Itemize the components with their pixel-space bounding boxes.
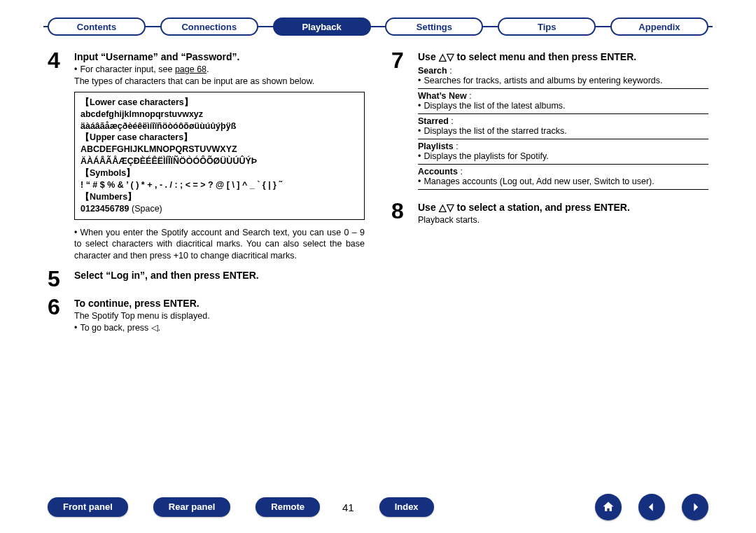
step-6-line2-text: To go back, press ◁.	[80, 323, 160, 333]
charbox-lower-diacritic: äàáâãåæçðèéêëìíîïñöòóôõøüùúûýþÿß	[80, 120, 358, 132]
step-4-note1: For character input, see page 68.	[74, 64, 365, 76]
step-8: 8 Use △▽ to select a station, and press …	[391, 200, 708, 226]
step-7-number: 7	[391, 49, 411, 190]
home-icon[interactable]	[595, 494, 622, 520]
right-column: 7 Use △▽ to select menu and then press E…	[391, 49, 708, 340]
charbox-numbers-digits: 0123456789	[80, 204, 130, 214]
step-4-title: Input “Username” and “Password”.	[74, 51, 365, 62]
page-number: 41	[342, 501, 354, 513]
up-down-icon: △▽	[439, 202, 454, 213]
tab-playback[interactable]: Playback	[273, 18, 371, 36]
tab-appendix[interactable]: Appendix	[610, 18, 708, 36]
charbox-lower-header: 【Lower case characters】	[80, 97, 358, 109]
menu-def-item: Accounts :Manages accounts (Log out, Add…	[418, 165, 708, 190]
bottom-nav: Front panel Rear panel Remote 41 Index	[48, 494, 708, 520]
tab-tips[interactable]: Tips	[498, 18, 596, 36]
menu-def-term: Accounts :	[418, 167, 463, 176]
character-box: 【Lower case characters】 abcdefghijklmnop…	[74, 92, 365, 220]
step-5: 5 Select “Log in”, and then press ENTER.	[48, 268, 365, 290]
step-4-note2: The types of characters that can be inpu…	[74, 76, 365, 88]
menu-def-desc: Displays the list of the latest albums.	[424, 101, 565, 111]
rear-panel-button[interactable]: Rear panel	[153, 497, 230, 517]
left-column: 4 Input “Username” and “Password”. For c…	[48, 49, 365, 340]
step-8-number: 8	[391, 200, 411, 226]
step-7-title-pre: Use	[418, 51, 439, 62]
charbox-upper-header: 【Upper case characters】	[80, 132, 358, 144]
step-8-title-pre: Use	[418, 202, 439, 213]
tab-connections[interactable]: Connections	[160, 18, 258, 36]
step-7-title-post: to select menu and then press ENTER.	[454, 51, 637, 62]
charbox-lower-ascii: abcdefghijklmnopqrstuvwxyz	[80, 109, 358, 120]
step-5-title: Select “Log in”, and then press ENTER.	[74, 270, 365, 281]
step-6-title: To continue, press ENTER.	[74, 298, 365, 309]
page-68-link[interactable]: page 68	[175, 64, 206, 74]
step-6-line2: To go back, press ◁.	[74, 322, 365, 334]
charbox-numbers-space: (Space)	[130, 204, 162, 214]
forward-icon[interactable]	[682, 494, 708, 520]
step-8-title-post: to select a station, and press ENTER.	[454, 202, 630, 213]
menu-def-desc: Manages accounts (Log out, Add new user,…	[424, 176, 654, 186]
charbox-symbols-header: 【Symbols】	[80, 167, 358, 179]
step-7-title: Use △▽ to select menu and then press ENT…	[418, 51, 708, 62]
up-down-icon: △▽	[439, 51, 454, 62]
charbox-upper-ascii: ABCDEFGHIJKLMNOPQRSTUVWXYZ	[80, 144, 358, 155]
menu-def-term: Starred :	[418, 116, 454, 126]
step-4-note1-pre: For character input, see	[80, 64, 174, 74]
step-6: 6 To continue, press ENTER. The Spotify …	[48, 296, 365, 334]
step-6-number: 6	[48, 296, 67, 334]
menu-def-term: Playlists :	[418, 141, 458, 151]
step-4-paragraph: When you enter the Spotify account and S…	[74, 227, 365, 263]
manual-page: Contents Connections Playback Settings T…	[0, 0, 756, 533]
step-4-number: 4	[48, 49, 67, 262]
menu-def-item: Search :Searches for tracks, artists and…	[418, 64, 708, 89]
content-columns: 4 Input “Username” and “Password”. For c…	[48, 49, 708, 340]
charbox-numbers: 0123456789 (Space)	[80, 203, 358, 215]
menu-def-item: Playlists :Displays the playlists for Sp…	[418, 139, 708, 165]
charbox-numbers-header: 【Numbers】	[80, 191, 358, 203]
menu-def-term: Search :	[418, 66, 452, 76]
tab-settings[interactable]: Settings	[385, 18, 483, 36]
menu-def-desc: Searches for tracks, artists and albums …	[424, 76, 662, 85]
tabbar: Contents Connections Playback Settings T…	[48, 14, 708, 39]
tab-contents[interactable]: Contents	[48, 18, 146, 36]
step-8-line1: Playback starts.	[418, 214, 708, 226]
front-panel-button[interactable]: Front panel	[48, 497, 128, 517]
menu-def-item: Starred :Displays the list of the starre…	[418, 114, 708, 139]
remote-button[interactable]: Remote	[255, 497, 320, 517]
step-4-paragraph-text: When you enter the Spotify account and S…	[74, 228, 365, 261]
back-icon[interactable]	[638, 494, 665, 520]
step-8-title: Use △▽ to select a station, and press EN…	[418, 202, 708, 213]
index-button[interactable]: Index	[379, 497, 434, 517]
charbox-upper-diacritic: ÄÀÁÂÃÅÆÇÐÈÉÊËÌÍÎÏÑÖÒÓÔÕØÜÙÚÛÝÞ	[80, 155, 358, 167]
step-4-note1-post: .	[206, 64, 209, 74]
menu-definitions: Search :Searches for tracks, artists and…	[418, 64, 708, 190]
step-4: 4 Input “Username” and “Password”. For c…	[48, 49, 365, 262]
menu-def-desc: Displays the list of the starred tracks.	[424, 126, 566, 136]
charbox-symbols: ! “ # $ % & ’ ( ) * + , - . / : ; < = > …	[80, 179, 358, 191]
step-6-line1: The Spotify Top menu is displayed.	[74, 310, 365, 322]
step-5-number: 5	[48, 268, 67, 290]
menu-def-term: What’s New :	[418, 91, 472, 101]
menu-def-item: What’s New :Displays the list of the lat…	[418, 89, 708, 114]
step-7: 7 Use △▽ to select menu and then press E…	[391, 49, 708, 190]
menu-def-desc: Displays the playlists for Spotify.	[424, 151, 548, 161]
